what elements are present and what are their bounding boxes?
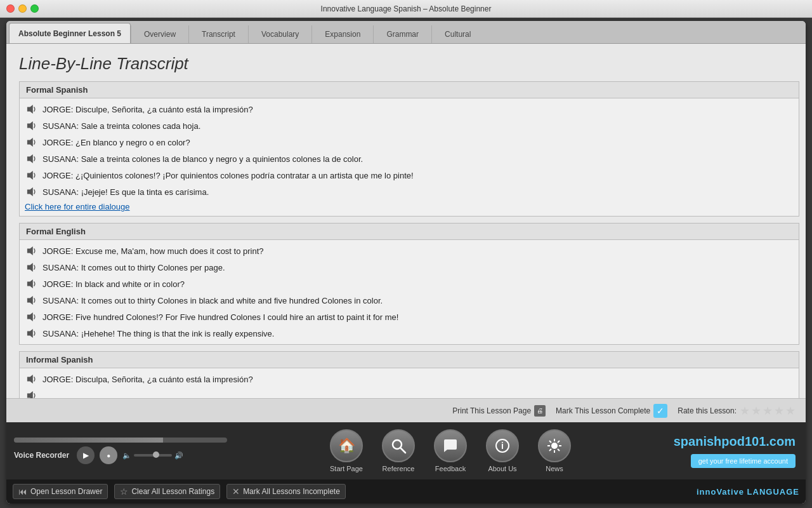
volume-control[interactable]: 🔈 🔊: [122, 451, 183, 460]
transcript-inf-line-placeholder: [43, 391, 45, 399]
tab-active[interactable]: Absolute Beginner Lesson 5: [9, 23, 131, 43]
transcript-en-line-5: JORGE: Five hundred Colones!? For Five h…: [43, 312, 398, 322]
section-header-formal-english: Formal English: [20, 224, 799, 240]
transcript-row: JORGE: Excuse me, Ma'am, how much does i…: [20, 243, 799, 259]
svg-marker-7: [27, 263, 33, 272]
transcript-row: JORGE: Disculpa, Señorita, ¿a cuánto est…: [20, 371, 799, 387]
nav-feedback[interactable]: Feedback: [434, 429, 467, 472]
star-5[interactable]: ★: [785, 404, 796, 418]
print-button[interactable]: Print This Lesson Page 🖨: [452, 405, 546, 417]
star-3[interactable]: ★: [763, 404, 773, 418]
news-label: News: [546, 465, 563, 472]
reference-icon[interactable]: [382, 429, 415, 462]
printer-icon: 🖨: [534, 405, 546, 417]
audio-button[interactable]: [25, 327, 39, 340]
nav-start-page[interactable]: 🏠 Start Page: [330, 429, 363, 472]
svg-marker-6: [27, 246, 33, 255]
transcript-en-line-4: SUSANA: It comes out to thirty Colones i…: [43, 296, 383, 305]
news-icon[interactable]: [538, 429, 571, 462]
brand-name: spanishpod101.com: [674, 434, 796, 449]
transcript-row: SUSANA: ¡Hehehe! The thing is that the i…: [20, 325, 799, 342]
audio-button[interactable]: [25, 169, 39, 182]
complete-checkbox[interactable]: ✓: [653, 404, 667, 418]
window-controls[interactable]: [6, 4, 39, 13]
section-formal-spanish: Formal Spanish JORGE: Disculpe, Señorita…: [19, 81, 799, 217]
volume-high-icon: 🔊: [174, 451, 183, 460]
svg-marker-1: [27, 121, 33, 130]
tab-grammar[interactable]: Grammar: [373, 25, 431, 43]
close-button[interactable]: [6, 4, 15, 13]
audio-button[interactable]: [25, 277, 39, 290]
audio-button[interactable]: [25, 185, 39, 198]
tab-bar: Absolute Beginner Lesson 5 Overview Tran…: [6, 21, 806, 44]
brand-cta-button[interactable]: get your free lifetime account: [691, 454, 796, 468]
window-title: Innovative Language Spanish – Absolute B…: [321, 4, 492, 13]
star-rating[interactable]: ★ ★ ★ ★ ★: [740, 404, 796, 418]
minimize-button[interactable]: [18, 4, 27, 13]
feedback-icon[interactable]: [434, 429, 467, 462]
transcript-line-2: SUSANA: Sale a treinta colones cada hoja…: [43, 121, 200, 131]
page-title: Line-By-Line Transcript: [6, 44, 806, 81]
volume-slider-thumb[interactable]: [153, 451, 159, 458]
tab-vocabulary[interactable]: Vocabulary: [248, 25, 311, 43]
brand-tive: tive LANGUAGE: [728, 487, 799, 497]
transcript-scroll[interactable]: Formal Spanish JORGE: Disculpe, Señorita…: [6, 81, 806, 398]
audio-button[interactable]: [25, 152, 39, 165]
tab-overview[interactable]: Overview: [131, 25, 188, 43]
svg-line-15: [401, 448, 405, 453]
clear-ratings-button[interactable]: ☆ Clear All Lesson Ratings: [114, 484, 220, 499]
tab-cultural[interactable]: Cultural: [431, 25, 483, 43]
section-informal-spanish: Informal Spanish JORGE: Disculpa, Señori…: [19, 351, 799, 398]
volume-slider-track[interactable]: [134, 454, 172, 457]
brand-name-part1: spanishpod101: [674, 434, 766, 448]
start-page-icon[interactable]: 🏠: [330, 429, 363, 462]
rate-section: Rate this Lesson: ★ ★ ★ ★ ★: [678, 404, 796, 418]
mark-incomplete-label: Mark All Lessons Incomplete: [243, 487, 340, 496]
audio-button[interactable]: [25, 261, 39, 274]
section-body-formal-spanish: JORGE: Disculpe, Señorita, ¿a cuánto est…: [20, 98, 799, 216]
transcript-row: JORGE: Disculpe, Señorita, ¿a cuánto est…: [20, 101, 799, 117]
audio-button[interactable]: [25, 136, 39, 149]
star-2[interactable]: ★: [751, 404, 761, 418]
audio-button[interactable]: [25, 311, 39, 323]
play-button[interactable]: ▶: [77, 446, 95, 464]
print-label: Print This Lesson Page: [452, 406, 531, 415]
star-icon: ☆: [120, 486, 128, 497]
about-us-label: About Us: [488, 465, 516, 472]
dialog-link[interactable]: Click here for entire dialouge: [20, 200, 799, 213]
star-1[interactable]: ★: [740, 404, 750, 418]
brand-va: Va: [716, 487, 727, 497]
audio-button[interactable]: [25, 103, 39, 116]
transcript-inf-line-1: JORGE: Disculpa, Señorita, ¿a cuánto est…: [43, 375, 253, 384]
audio-button[interactable]: [25, 294, 39, 307]
nav-news[interactable]: News: [538, 429, 571, 472]
complete-button[interactable]: Mark This Lesson Complete ✓: [556, 404, 667, 418]
transcript-row: JORGE: ¿¡Quinientos colones!? ¡Por quini…: [20, 167, 799, 184]
nav-reference[interactable]: Reference: [382, 429, 415, 472]
record-button[interactable]: ●: [100, 446, 117, 464]
svg-marker-13: [27, 391, 33, 398]
transcript-row: SUSANA: Sale a treinta colones la de bla…: [20, 150, 799, 167]
maximize-button[interactable]: [30, 4, 39, 13]
footer-bar: ⏮ Open Lesson Drawer ☆ Clear All Lesson …: [6, 479, 806, 504]
audio-button[interactable]: [25, 389, 39, 398]
tab-transcript[interactable]: Transcript: [188, 25, 248, 43]
audio-button[interactable]: [25, 373, 39, 385]
tab-expansion[interactable]: Expansion: [311, 25, 373, 43]
star-4[interactable]: ★: [774, 404, 784, 418]
nav-about-us[interactable]: i About Us: [486, 429, 519, 472]
content-area: Line-By-Line Transcript Formal Spanish J…: [6, 44, 806, 422]
start-page-label: Start Page: [330, 465, 363, 472]
transcript-row: JORGE: In black and white or in color?: [20, 276, 799, 292]
section-formal-english: Formal English JORGE: Excuse me, Ma'am, …: [19, 223, 799, 345]
nav-icons: 🏠 Start Page Reference Feedb: [235, 429, 666, 472]
about-us-icon[interactable]: i: [486, 429, 519, 462]
audio-button[interactable]: [25, 119, 39, 132]
mark-incomplete-button[interactable]: ✕ Mark All Lessons Incomplete: [226, 484, 346, 499]
drawer-icon: ⏮: [18, 486, 27, 497]
rate-label: Rate this Lesson:: [678, 406, 737, 415]
open-drawer-button[interactable]: ⏮ Open Lesson Drawer: [13, 484, 108, 499]
transcript-line-1: JORGE: Disculpe, Señorita, ¿a cuánto est…: [43, 105, 253, 114]
audio-button[interactable]: [25, 244, 39, 257]
audio-progress-bar[interactable]: [14, 438, 227, 443]
